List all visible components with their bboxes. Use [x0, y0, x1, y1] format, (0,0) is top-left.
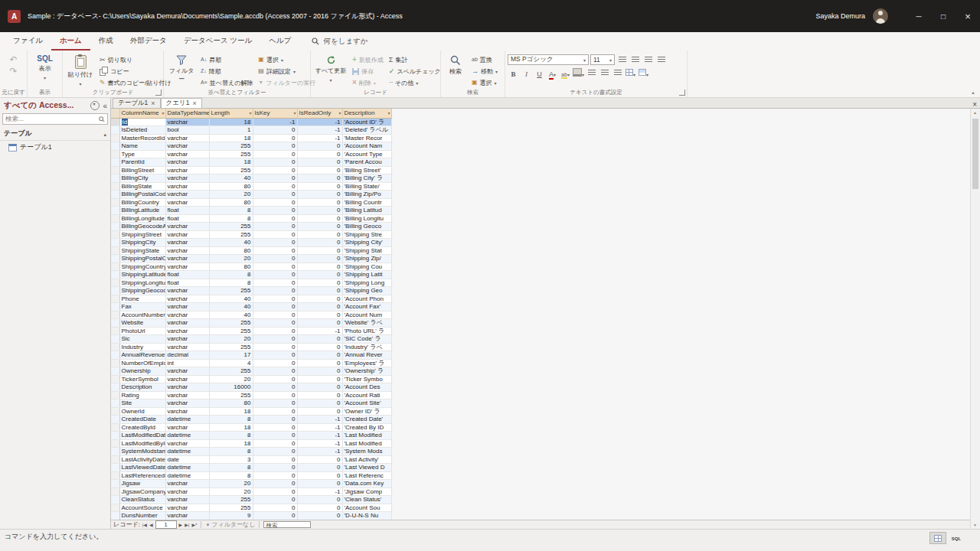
cell[interactable]: 0: [253, 174, 297, 183]
cell[interactable]: varchar: [165, 343, 209, 351]
cell[interactable]: TickerSymbol: [119, 375, 165, 383]
cell[interactable]: 0: [253, 239, 297, 247]
cell[interactable]: 0: [253, 303, 297, 311]
cell[interactable]: 255: [209, 319, 253, 328]
cell[interactable]: ShippingStreet: [119, 230, 165, 239]
cell[interactable]: varchar: [165, 118, 209, 126]
previous-record-button[interactable]: [149, 521, 153, 528]
cell[interactable]: ShippingCountry: [119, 262, 165, 271]
cell[interactable]: 0: [297, 287, 342, 295]
cell[interactable]: 0: [297, 455, 342, 464]
row-selector[interactable]: [111, 246, 119, 255]
cell[interactable]: decimal: [165, 351, 209, 360]
font-family-select[interactable]: MS Pゴシック: [508, 54, 589, 65]
cell[interactable]: 'Account Sou: [342, 504, 391, 512]
row-selector[interactable]: [111, 142, 119, 151]
cell[interactable]: 255: [209, 391, 253, 399]
cell[interactable]: 'Account ID' ラ: [342, 118, 391, 126]
cell[interactable]: 0: [297, 214, 342, 223]
cell[interactable]: 'Billing Countr: [342, 198, 391, 207]
cell[interactable]: 0: [253, 423, 297, 432]
cell[interactable]: Name: [119, 142, 165, 151]
vertical-scrollbar[interactable]: [970, 109, 980, 529]
cell[interactable]: 8: [209, 464, 253, 472]
cell[interactable]: 0: [253, 512, 297, 520]
cell[interactable]: datetime: [165, 464, 209, 472]
row-selector[interactable]: [111, 126, 119, 135]
last-record-button[interactable]: [185, 521, 189, 528]
cell[interactable]: 'D-U-N-S Nu: [342, 512, 391, 520]
cell[interactable]: 0: [253, 455, 297, 464]
cell[interactable]: 0: [297, 295, 342, 303]
cell[interactable]: 0: [297, 303, 342, 311]
cell[interactable]: 8: [209, 416, 253, 424]
ribbon-tab[interactable]: 外部データ: [122, 32, 175, 51]
cell[interactable]: -1: [297, 439, 342, 448]
cell[interactable]: 'Billing Longitu: [342, 214, 391, 223]
cell[interactable]: ParentId: [119, 158, 165, 167]
cell[interactable]: varchar: [165, 496, 209, 504]
cell[interactable]: varchar: [165, 191, 209, 199]
cell[interactable]: varchar: [165, 239, 209, 247]
cell[interactable]: 8: [209, 214, 253, 223]
cell[interactable]: varchar: [165, 311, 209, 319]
cell[interactable]: varchar: [165, 295, 209, 303]
tab-close-icon[interactable]: [192, 99, 196, 107]
cell[interactable]: datetime: [165, 416, 209, 424]
cell[interactable]: 8: [209, 207, 253, 215]
cell[interactable]: 0: [253, 439, 297, 448]
gridlines-button[interactable]: [625, 67, 636, 77]
column-header[interactable]: DataTypeName: [165, 109, 209, 118]
cell[interactable]: 0: [297, 359, 342, 367]
cell[interactable]: bool: [165, 126, 209, 135]
cell[interactable]: 0: [297, 335, 342, 344]
new-blank-record-button[interactable]: [191, 521, 197, 528]
cell[interactable]: varchar: [165, 383, 209, 392]
cell[interactable]: 0: [253, 142, 297, 151]
cell[interactable]: Sic: [119, 335, 165, 344]
cell[interactable]: 18: [209, 158, 253, 167]
cell[interactable]: -1: [297, 487, 342, 496]
advanced-filter-button[interactable]: 詳細設定: [256, 66, 317, 77]
cell[interactable]: float: [165, 214, 209, 223]
format-painter-button[interactable]: 書式のコピー/貼り付け: [98, 77, 173, 88]
row-selector[interactable]: [111, 367, 119, 376]
cell[interactable]: 0: [253, 335, 297, 344]
select-all-corner[interactable]: [111, 109, 119, 118]
row-selector[interactable]: [111, 391, 119, 399]
cell[interactable]: 'Shipping City': [342, 239, 391, 247]
cell[interactable]: 0: [253, 126, 297, 135]
cell[interactable]: 'Shipping Zip/: [342, 255, 391, 263]
cell[interactable]: 0: [297, 367, 342, 376]
cell[interactable]: 0: [253, 448, 297, 456]
cell[interactable]: varchar: [165, 262, 209, 271]
cell[interactable]: LastModifiedById: [119, 439, 165, 448]
cell[interactable]: Site: [119, 399, 165, 408]
cell[interactable]: varchar: [165, 439, 209, 448]
cell[interactable]: 255: [209, 230, 253, 239]
cell[interactable]: Description: [119, 383, 165, 392]
column-header[interactable]: IsKey: [253, 109, 297, 118]
cell[interactable]: 'Account Rati: [342, 391, 391, 399]
cell[interactable]: 80: [209, 198, 253, 207]
selection-button[interactable]: 選択: [256, 54, 317, 65]
cell[interactable]: 0: [297, 142, 342, 151]
cell[interactable]: 0: [297, 230, 342, 239]
row-selector[interactable]: [111, 455, 119, 464]
cell[interactable]: 0: [253, 367, 297, 376]
row-selector[interactable]: [111, 166, 119, 174]
cell[interactable]: 255: [209, 142, 253, 151]
cell[interactable]: 255: [209, 367, 253, 376]
row-selector[interactable]: [111, 287, 119, 295]
decrease-indent-button[interactable]: [642, 55, 654, 65]
cell[interactable]: varchar: [165, 223, 209, 231]
cell[interactable]: 40: [209, 239, 253, 247]
cell[interactable]: 0: [253, 198, 297, 207]
cell[interactable]: 0: [253, 496, 297, 504]
sort-descending-button[interactable]: 降順: [199, 66, 254, 77]
cell[interactable]: 0: [253, 407, 297, 416]
row-selector[interactable]: [111, 423, 119, 432]
tab-close-icon[interactable]: [151, 99, 155, 107]
cell[interactable]: CleanStatus: [119, 496, 165, 504]
cell[interactable]: 0: [253, 359, 297, 367]
